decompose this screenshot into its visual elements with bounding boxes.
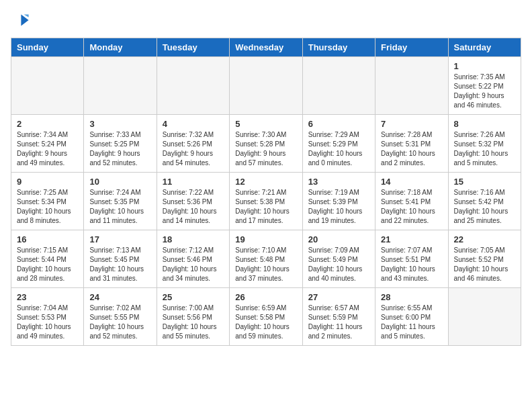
calendar-cell (84, 57, 157, 115)
day-info: Sunrise: 7:22 AM Sunset: 5:36 PM Dayligh… (163, 188, 224, 226)
day-number: 23 (17, 292, 78, 302)
calendar-cell: 11Sunrise: 7:22 AM Sunset: 5:36 PM Dayli… (157, 173, 229, 230)
day-number: 18 (163, 234, 224, 244)
day-number: 12 (235, 177, 296, 187)
day-info: Sunrise: 7:00 AM Sunset: 5:56 PM Dayligh… (163, 304, 224, 341)
day-number: 28 (381, 292, 442, 302)
day-info: Sunrise: 7:18 AM Sunset: 5:41 PM Dayligh… (381, 188, 442, 226)
calendar-cell: 21Sunrise: 7:07 AM Sunset: 5:51 PM Dayli… (375, 230, 448, 288)
day-info: Sunrise: 7:09 AM Sunset: 5:49 PM Dayligh… (308, 246, 369, 283)
calendar-cell: 17Sunrise: 7:13 AM Sunset: 5:45 PM Dayli… (84, 230, 157, 288)
day-number: 16 (17, 234, 78, 244)
day-info: Sunrise: 7:10 AM Sunset: 5:48 PM Dayligh… (235, 246, 296, 283)
day-number: 3 (89, 119, 150, 129)
day-number: 20 (308, 234, 369, 244)
day-info: Sunrise: 7:12 AM Sunset: 5:46 PM Dayligh… (163, 246, 224, 283)
page-header (11, 11, 521, 30)
calendar-cell: 19Sunrise: 7:10 AM Sunset: 5:48 PM Dayli… (230, 230, 302, 288)
calendar-cell: 22Sunrise: 7:05 AM Sunset: 5:52 PM Dayli… (448, 230, 521, 288)
day-number: 27 (308, 292, 369, 302)
day-number: 6 (308, 119, 369, 129)
calendar-cell: 18Sunrise: 7:12 AM Sunset: 5:46 PM Dayli… (157, 230, 229, 288)
calendar-cell (448, 288, 521, 346)
day-number: 19 (235, 234, 296, 244)
day-info: Sunrise: 6:59 AM Sunset: 5:58 PM Dayligh… (235, 304, 296, 341)
calendar-cell: 4Sunrise: 7:32 AM Sunset: 5:26 PM Daylig… (157, 115, 229, 173)
logo (11, 11, 34, 30)
day-info: Sunrise: 7:04 AM Sunset: 5:53 PM Dayligh… (17, 304, 78, 341)
calendar-cell: 1Sunrise: 7:35 AM Sunset: 5:22 PM Daylig… (448, 57, 521, 115)
day-info: Sunrise: 7:32 AM Sunset: 5:26 PM Dayligh… (163, 130, 224, 168)
calendar-cell: 5Sunrise: 7:30 AM Sunset: 5:28 PM Daylig… (230, 115, 302, 173)
calendar-cell: 28Sunrise: 6:55 AM Sunset: 6:00 PM Dayli… (375, 288, 448, 346)
day-info: Sunrise: 7:25 AM Sunset: 5:34 PM Dayligh… (17, 188, 78, 226)
calendar-cell: 27Sunrise: 6:57 AM Sunset: 5:59 PM Dayli… (302, 288, 375, 346)
svg-marker-1 (24, 15, 29, 17)
weekday-header-monday: Monday (84, 38, 157, 57)
weekday-header-row: SundayMondayTuesdayWednesdayThursdayFrid… (11, 38, 521, 57)
day-info: Sunrise: 7:29 AM Sunset: 5:29 PM Dayligh… (308, 130, 369, 168)
day-number: 11 (163, 177, 224, 187)
day-number: 10 (89, 177, 150, 187)
calendar-cell: 24Sunrise: 7:02 AM Sunset: 5:55 PM Dayli… (84, 288, 157, 346)
week-row-0: 1Sunrise: 7:35 AM Sunset: 5:22 PM Daylig… (11, 57, 521, 115)
day-number: 21 (381, 234, 442, 244)
day-number: 24 (89, 292, 150, 302)
week-row-1: 2Sunrise: 7:34 AM Sunset: 5:24 PM Daylig… (11, 115, 521, 173)
day-number: 14 (381, 177, 442, 187)
weekday-header-wednesday: Wednesday (230, 38, 302, 57)
calendar-cell: 2Sunrise: 7:34 AM Sunset: 5:24 PM Daylig… (11, 115, 84, 173)
day-info: Sunrise: 7:34 AM Sunset: 5:24 PM Dayligh… (17, 130, 78, 168)
week-row-4: 23Sunrise: 7:04 AM Sunset: 5:53 PM Dayli… (11, 288, 521, 346)
day-info: Sunrise: 7:19 AM Sunset: 5:39 PM Dayligh… (308, 188, 369, 226)
day-number: 15 (454, 177, 515, 187)
day-number: 13 (308, 177, 369, 187)
calendar-cell: 25Sunrise: 7:00 AM Sunset: 5:56 PM Dayli… (157, 288, 229, 346)
day-info: Sunrise: 7:28 AM Sunset: 5:31 PM Dayligh… (381, 130, 442, 168)
day-info: Sunrise: 7:24 AM Sunset: 5:35 PM Dayligh… (89, 188, 150, 226)
calendar-cell (157, 57, 229, 115)
weekday-header-sunday: Sunday (11, 38, 84, 57)
calendar-cell: 12Sunrise: 7:21 AM Sunset: 5:38 PM Dayli… (230, 173, 302, 230)
day-info: Sunrise: 7:33 AM Sunset: 5:25 PM Dayligh… (89, 130, 150, 168)
day-info: Sunrise: 7:21 AM Sunset: 5:38 PM Dayligh… (235, 188, 296, 226)
day-number: 1 (454, 61, 515, 71)
weekday-header-thursday: Thursday (302, 38, 375, 57)
calendar-cell (11, 57, 84, 115)
day-number: 5 (235, 119, 296, 129)
day-number: 26 (235, 292, 296, 302)
day-info: Sunrise: 7:16 AM Sunset: 5:42 PM Dayligh… (454, 188, 515, 226)
day-info: Sunrise: 7:07 AM Sunset: 5:51 PM Dayligh… (381, 246, 442, 283)
calendar-cell: 7Sunrise: 7:28 AM Sunset: 5:31 PM Daylig… (375, 115, 448, 173)
calendar-cell: 13Sunrise: 7:19 AM Sunset: 5:39 PM Dayli… (302, 173, 375, 230)
calendar-cell: 15Sunrise: 7:16 AM Sunset: 5:42 PM Dayli… (448, 173, 521, 230)
calendar-cell (302, 57, 375, 115)
weekday-header-saturday: Saturday (448, 38, 521, 57)
day-info: Sunrise: 6:55 AM Sunset: 6:00 PM Dayligh… (381, 304, 442, 341)
logo-icon (11, 11, 30, 30)
calendar: SundayMondayTuesdayWednesdayThursdayFrid… (11, 38, 521, 346)
day-info: Sunrise: 7:02 AM Sunset: 5:55 PM Dayligh… (89, 304, 150, 341)
day-number: 2 (17, 119, 78, 129)
day-number: 7 (381, 119, 442, 129)
day-info: Sunrise: 7:15 AM Sunset: 5:44 PM Dayligh… (17, 246, 78, 283)
calendar-cell: 23Sunrise: 7:04 AM Sunset: 5:53 PM Dayli… (11, 288, 84, 346)
calendar-cell: 16Sunrise: 7:15 AM Sunset: 5:44 PM Dayli… (11, 230, 84, 288)
day-info: Sunrise: 7:13 AM Sunset: 5:45 PM Dayligh… (89, 246, 150, 283)
day-info: Sunrise: 7:05 AM Sunset: 5:52 PM Dayligh… (454, 246, 515, 283)
day-number: 25 (163, 292, 224, 302)
calendar-cell: 9Sunrise: 7:25 AM Sunset: 5:34 PM Daylig… (11, 173, 84, 230)
calendar-cell (230, 57, 302, 115)
calendar-cell: 14Sunrise: 7:18 AM Sunset: 5:41 PM Dayli… (375, 173, 448, 230)
calendar-cell: 3Sunrise: 7:33 AM Sunset: 5:25 PM Daylig… (84, 115, 157, 173)
weekday-header-friday: Friday (375, 38, 448, 57)
day-number: 22 (454, 234, 515, 244)
calendar-cell: 6Sunrise: 7:29 AM Sunset: 5:29 PM Daylig… (302, 115, 375, 173)
calendar-cell (375, 57, 448, 115)
week-row-3: 16Sunrise: 7:15 AM Sunset: 5:44 PM Dayli… (11, 230, 521, 288)
day-info: Sunrise: 7:26 AM Sunset: 5:32 PM Dayligh… (454, 130, 515, 168)
day-info: Sunrise: 6:57 AM Sunset: 5:59 PM Dayligh… (308, 304, 369, 341)
day-number: 4 (163, 119, 224, 129)
calendar-cell: 8Sunrise: 7:26 AM Sunset: 5:32 PM Daylig… (448, 115, 521, 173)
day-info: Sunrise: 7:30 AM Sunset: 5:28 PM Dayligh… (235, 130, 296, 168)
